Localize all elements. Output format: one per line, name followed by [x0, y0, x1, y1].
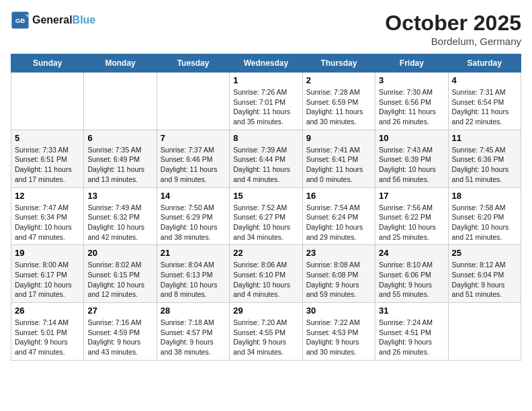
day-header-wednesday: Wednesday [230, 54, 302, 73]
logo-blue: Blue [73, 14, 96, 26]
cell-info: Daylight: 9 hours and 43 minutes. [87, 337, 152, 357]
calendar-cell: 21Sunrise: 8:04 AMSunset: 6:13 PMDayligh… [157, 245, 229, 303]
cell-info: Daylight: 11 hours and 17 minutes. [15, 165, 80, 184]
cell-info: Sunrise: 7:33 AM [15, 145, 80, 155]
calendar-cell: 28Sunrise: 7:18 AMSunset: 4:57 PMDayligh… [157, 303, 229, 361]
cell-info: Sunset: 6:46 PM [161, 154, 226, 165]
calendar-cell [448, 303, 521, 361]
cell-info: Sunrise: 7:49 AM [87, 203, 152, 213]
date-number: 21 [161, 248, 226, 258]
cell-info: Daylight: 11 hours and 35 minutes. [233, 107, 298, 126]
date-number: 5 [15, 133, 80, 143]
date-number: 6 [87, 133, 152, 143]
cell-info: Daylight: 11 hours and 0 minutes. [306, 165, 371, 184]
calendar-cell: 31Sunrise: 7:24 AMSunset: 4:51 PMDayligh… [375, 303, 448, 361]
cell-info: Sunset: 6:22 PM [379, 212, 444, 222]
cell-info: Sunset: 6:59 PM [306, 97, 371, 107]
cell-info: Sunset: 6:49 PM [87, 154, 152, 165]
date-number: 27 [87, 306, 152, 316]
calendar-cell: 4Sunrise: 7:31 AMSunset: 6:54 PMDaylight… [448, 73, 521, 130]
cell-info: Daylight: 10 hours and 12 minutes. [87, 280, 152, 300]
cell-info: Sunset: 6:39 PM [379, 154, 444, 165]
date-number: 9 [306, 133, 371, 143]
calendar-cell: 25Sunrise: 8:12 AMSunset: 6:04 PMDayligh… [448, 245, 521, 303]
month-title: October 2025 [385, 11, 521, 36]
cell-info: Sunrise: 7:41 AM [306, 145, 371, 155]
calendar-cell: 5Sunrise: 7:33 AMSunset: 6:51 PMDaylight… [11, 130, 84, 187]
date-number: 2 [306, 75, 371, 85]
cell-info: Daylight: 10 hours and 38 minutes. [161, 222, 226, 242]
calendar-cell: 12Sunrise: 7:47 AMSunset: 6:34 PMDayligh… [11, 187, 84, 245]
calendar-cell [157, 73, 229, 130]
day-header-thursday: Thursday [302, 54, 375, 73]
date-number: 14 [161, 191, 226, 201]
location: Bordelum, Germany [385, 36, 521, 47]
cell-info: Sunrise: 8:08 AM [306, 260, 371, 270]
cell-info: Sunrise: 7:20 AM [233, 318, 298, 328]
cell-info: Sunrise: 7:50 AM [161, 203, 226, 213]
cell-info: Sunrise: 7:52 AM [233, 203, 298, 213]
cell-info: Sunrise: 7:28 AM [306, 87, 371, 97]
cell-info: Daylight: 10 hours and 25 minutes. [379, 222, 444, 242]
cell-info: Sunset: 6:17 PM [15, 270, 80, 280]
svg-text:GB: GB [15, 17, 26, 24]
calendar-cell: 30Sunrise: 7:22 AMSunset: 4:53 PMDayligh… [302, 303, 375, 361]
calendar-cell: 15Sunrise: 7:52 AMSunset: 6:27 PMDayligh… [230, 187, 302, 245]
cell-info: Sunrise: 7:18 AM [161, 318, 226, 328]
date-number: 22 [233, 248, 298, 258]
day-header-sunday: Sunday [11, 54, 84, 73]
cell-info: Sunrise: 7:56 AM [379, 203, 444, 213]
cell-info: Daylight: 10 hours and 56 minutes. [379, 165, 444, 184]
cell-info: Sunrise: 8:00 AM [15, 260, 80, 270]
date-number: 8 [233, 133, 298, 143]
date-number: 17 [379, 191, 444, 201]
calendar-cell: 13Sunrise: 7:49 AMSunset: 6:32 PMDayligh… [84, 187, 157, 245]
cell-info: Sunset: 6:32 PM [87, 212, 152, 222]
cell-info: Daylight: 11 hours and 30 minutes. [306, 107, 371, 126]
title-block: October 2025 Bordelum, Germany [385, 11, 521, 47]
date-number: 23 [306, 248, 371, 258]
day-header-friday: Friday [375, 54, 448, 73]
week-row-2: 5Sunrise: 7:33 AMSunset: 6:51 PMDaylight… [11, 130, 521, 187]
date-number: 31 [379, 306, 444, 316]
cell-info: Daylight: 11 hours and 9 minutes. [161, 165, 226, 184]
cell-info: Sunset: 4:57 PM [161, 328, 226, 338]
cell-info: Daylight: 10 hours and 42 minutes. [87, 222, 152, 242]
cell-info: Daylight: 9 hours and 59 minutes. [306, 280, 371, 300]
cell-info: Sunrise: 7:58 AM [452, 203, 517, 213]
cell-info: Sunset: 6:20 PM [452, 212, 517, 222]
logo-general: General [32, 14, 73, 26]
cell-info: Sunset: 7:01 PM [233, 97, 298, 107]
date-number: 3 [379, 75, 444, 85]
cell-info: Daylight: 9 hours and 34 minutes. [233, 337, 298, 357]
cell-info: Sunrise: 7:30 AM [379, 87, 444, 97]
cell-info: Daylight: 9 hours and 26 minutes. [379, 337, 444, 357]
cell-info: Daylight: 10 hours and 47 minutes. [15, 222, 80, 242]
calendar-cell: 19Sunrise: 8:00 AMSunset: 6:17 PMDayligh… [11, 245, 84, 303]
cell-info: Daylight: 10 hours and 21 minutes. [452, 222, 517, 242]
header-row: SundayMondayTuesdayWednesdayThursdayFrid… [11, 54, 521, 73]
date-number: 26 [15, 306, 80, 316]
date-number: 20 [87, 248, 152, 258]
calendar-cell: 20Sunrise: 8:02 AMSunset: 6:15 PMDayligh… [84, 245, 157, 303]
calendar-cell: 11Sunrise: 7:45 AMSunset: 6:36 PMDayligh… [448, 130, 521, 187]
cell-info: Sunrise: 7:45 AM [452, 145, 517, 155]
cell-info: Daylight: 9 hours and 30 minutes. [306, 337, 371, 357]
calendar-cell: 2Sunrise: 7:28 AMSunset: 6:59 PMDaylight… [302, 73, 375, 130]
date-number: 29 [233, 306, 298, 316]
day-header-tuesday: Tuesday [157, 54, 229, 73]
cell-info: Sunset: 6:15 PM [87, 270, 152, 280]
date-number: 11 [452, 133, 517, 143]
cell-info: Sunset: 6:08 PM [306, 270, 371, 280]
calendar-cell: 22Sunrise: 8:06 AMSunset: 6:10 PMDayligh… [230, 245, 302, 303]
page-header: GB GeneralBlue October 2025 Bordelum, Ge… [11, 11, 521, 47]
date-number: 13 [87, 191, 152, 201]
calendar-cell: 29Sunrise: 7:20 AMSunset: 4:55 PMDayligh… [230, 303, 302, 361]
cell-info: Sunset: 6:34 PM [15, 212, 80, 222]
cell-info: Sunrise: 7:14 AM [15, 318, 80, 328]
calendar-cell [11, 73, 84, 130]
cell-info: Daylight: 10 hours and 51 minutes. [452, 165, 517, 184]
calendar-cell: 9Sunrise: 7:41 AMSunset: 6:41 PMDaylight… [302, 130, 375, 187]
logo: GB GeneralBlue [11, 11, 95, 30]
cell-info: Sunrise: 7:22 AM [306, 318, 371, 328]
